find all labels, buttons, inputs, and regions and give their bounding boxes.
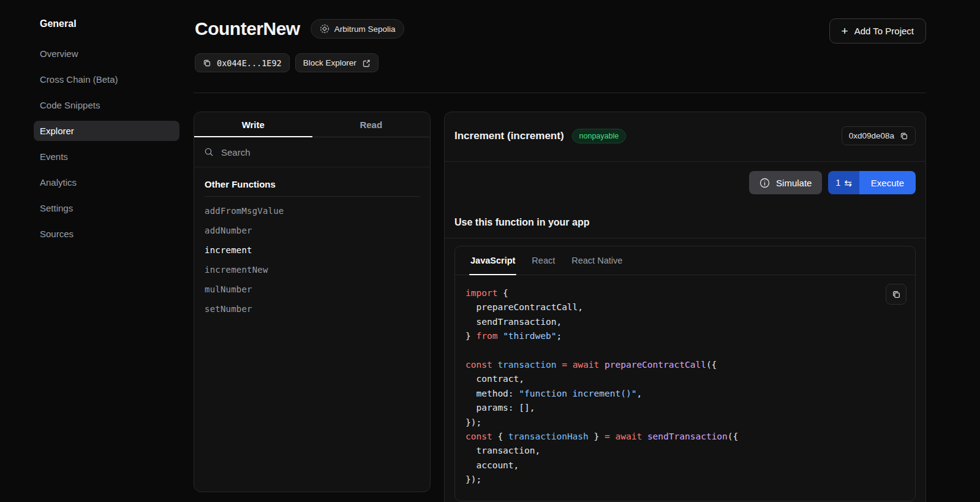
sidebar-item-cross-chain[interactable]: Cross Chain (Beta) bbox=[34, 69, 179, 89]
code-line: prepareContractCall, bbox=[466, 300, 878, 314]
block-explorer-label: Block Explorer bbox=[303, 58, 356, 67]
function-search-input[interactable] bbox=[220, 146, 420, 158]
sidebar-item-code-snippets[interactable]: Code Snippets bbox=[34, 95, 179, 115]
function-selector: 0xd09de08a bbox=[849, 131, 894, 140]
function-search-row bbox=[194, 137, 430, 167]
copy-icon bbox=[900, 132, 908, 140]
tab-react-native[interactable]: React Native bbox=[571, 246, 622, 275]
code-line: transaction, bbox=[466, 444, 878, 458]
tab-react[interactable]: React bbox=[532, 246, 555, 275]
execute-label: Execute bbox=[871, 178, 904, 188]
code-tabbar: JavaScript React React Native bbox=[455, 246, 915, 275]
functions-panel: Write Read Other Functions addFromMsgVal… bbox=[194, 112, 431, 492]
copy-code-button[interactable] bbox=[886, 284, 907, 305]
info-icon bbox=[760, 178, 770, 188]
mutability-badge: nonpayable bbox=[572, 129, 627, 143]
sidebar-item-events[interactable]: Events bbox=[34, 146, 179, 167]
write-read-tabbar: Write Read bbox=[194, 112, 430, 137]
contract-address-button[interactable]: 0x044E...1E92 bbox=[195, 53, 290, 72]
plus-icon: + bbox=[842, 25, 848, 37]
sidebar-item-sources[interactable]: Sources bbox=[34, 224, 179, 244]
code-line bbox=[466, 344, 878, 358]
execute-count: 1 bbox=[835, 178, 840, 188]
code-block: import { prepareContractCall, sendTransa… bbox=[466, 286, 878, 487]
sidebar-item-analytics[interactable]: Analytics bbox=[34, 172, 179, 192]
code-line: sendTransaction, bbox=[466, 315, 878, 329]
usage-heading: Use this function in your app bbox=[445, 194, 925, 238]
sidebar-item-explorer[interactable]: Explorer bbox=[34, 121, 179, 141]
page-header: CounterNew Arbitrum Sepolia 0x044E...1E9… bbox=[195, 0, 404, 72]
code-line: } from "thirdweb"; bbox=[466, 329, 878, 343]
function-item-increment[interactable]: increment bbox=[205, 240, 420, 260]
sidebar-heading: General bbox=[40, 18, 179, 29]
copy-icon bbox=[203, 59, 211, 67]
code-line: }); bbox=[466, 473, 878, 487]
execute-button[interactable]: Execute bbox=[859, 171, 916, 194]
tab-read[interactable]: Read bbox=[312, 112, 431, 137]
code-line: account, bbox=[466, 458, 878, 473]
add-to-project-label: Add To Project bbox=[854, 26, 914, 36]
function-item-setnumber[interactable]: setNumber bbox=[205, 299, 420, 319]
page-title: CounterNew bbox=[195, 18, 300, 39]
code-line: import { bbox=[466, 286, 878, 300]
swap-icon: ⇆ bbox=[844, 178, 852, 188]
usage-divider bbox=[445, 238, 925, 238]
external-link-icon bbox=[362, 59, 371, 67]
code-card: JavaScript React React Native import { p… bbox=[454, 246, 916, 501]
code-area: import { prepareContractCall, sendTransa… bbox=[455, 275, 915, 501]
function-detail-title: Increment (increment) bbox=[454, 130, 564, 142]
sidebar: General Overview Cross Chain (Beta) Code… bbox=[0, 0, 194, 249]
chain-badge-label: Arbitrum Sepolia bbox=[334, 25, 396, 34]
header-divider bbox=[194, 93, 926, 93]
function-item-addfrommsgvalue[interactable]: addFromMsgValue bbox=[205, 201, 420, 221]
sidebar-item-overview[interactable]: Overview bbox=[34, 44, 179, 64]
code-line: params: [], bbox=[466, 401, 878, 415]
code-line: }); bbox=[466, 416, 878, 430]
simulate-label: Simulate bbox=[776, 178, 812, 188]
function-group-title: Other Functions bbox=[205, 179, 420, 197]
contract-address: 0x044E...1E92 bbox=[217, 58, 282, 68]
function-selector-button[interactable]: 0xd09de08a bbox=[842, 126, 916, 145]
chain-network-icon bbox=[320, 24, 330, 34]
tab-javascript[interactable]: JavaScript bbox=[470, 246, 515, 275]
code-line: contract, bbox=[466, 372, 878, 386]
execute-count-button[interactable]: 1 ⇆ bbox=[828, 171, 859, 194]
function-item-addnumber[interactable]: addNumber bbox=[205, 221, 420, 240]
function-item-incrementnew[interactable]: incrementNew bbox=[205, 260, 420, 280]
code-line: const transaction = await prepareContrac… bbox=[466, 358, 878, 372]
function-item-mulnumber[interactable]: mulNumber bbox=[205, 280, 420, 299]
tab-write[interactable]: Write bbox=[194, 112, 312, 137]
execute-split-button: 1 ⇆ Execute bbox=[828, 171, 916, 194]
code-line: const { transactionHash } = await sendTr… bbox=[466, 430, 878, 444]
sidebar-nav: Overview Cross Chain (Beta) Code Snippet… bbox=[34, 44, 179, 244]
copy-icon bbox=[892, 290, 901, 299]
chain-badge[interactable]: Arbitrum Sepolia bbox=[311, 19, 405, 39]
code-line: method: "function increment()", bbox=[466, 387, 878, 401]
simulate-button[interactable]: Simulate bbox=[749, 171, 822, 194]
add-to-project-button[interactable]: + Add To Project bbox=[829, 18, 926, 44]
search-icon bbox=[204, 147, 214, 157]
sidebar-item-settings[interactable]: Settings bbox=[34, 198, 179, 218]
function-detail-panel: Increment (increment) nonpayable 0xd09de… bbox=[444, 112, 926, 502]
block-explorer-button[interactable]: Block Explorer bbox=[295, 53, 379, 72]
